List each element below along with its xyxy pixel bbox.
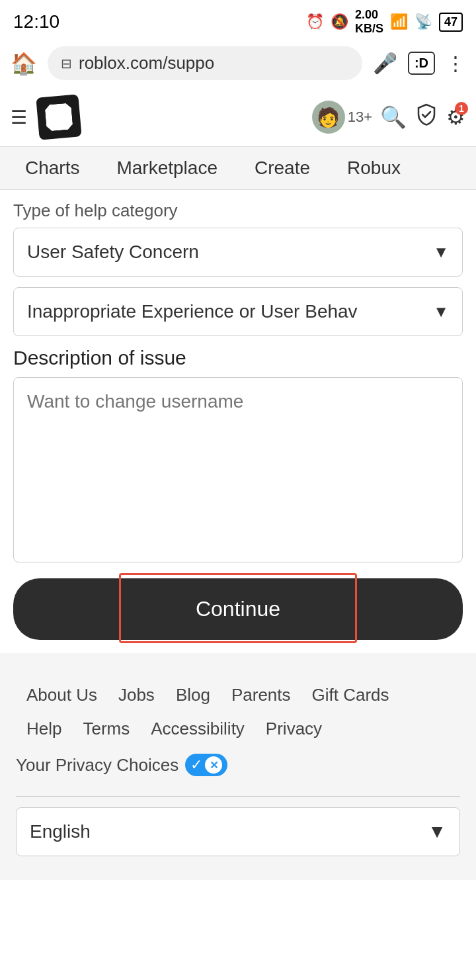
nav-item-create[interactable]: Create [236,147,329,189]
wifi-icon: 📶 [390,13,408,30]
language-value: English [30,821,91,842]
language-arrow: ▼ [428,821,446,842]
footer: About Us Jobs Blog Parents Gift Cards He… [0,653,476,880]
browser-actions: 🎤 :D ⋮ [373,52,465,75]
home-icon[interactable]: 🏠 [11,51,37,76]
roblox-header-right: 🧑 13+ 🔍 ⚙ 1 [312,101,465,134]
footer-link-help[interactable]: Help [16,713,72,744]
language-selector[interactable]: English ▼ [16,807,460,856]
dropdown-inappropriate-arrow: ▼ [433,302,449,321]
roblox-header-left: ☰ [11,96,80,138]
age-badge: 13+ [348,109,372,126]
muted-icon: 🔕 [331,13,348,30]
settings-icon-container[interactable]: ⚙ 1 [446,105,465,130]
footer-link-accessibility[interactable]: Accessibility [140,713,255,744]
footer-link-blog[interactable]: Blog [165,680,221,711]
nav-item-robux[interactable]: Robux [329,147,419,189]
footer-links-row-1: About Us Jobs Blog Parents Gift Cards [16,680,460,711]
continue-button[interactable]: Continue [13,578,463,640]
dropdown-user-safety[interactable]: User Safety Concern ▼ [13,228,463,277]
dropdown-user-safety-arrow: ▼ [433,243,449,261]
notification-badge: 1 [455,102,468,115]
footer-link-about-us[interactable]: About Us [16,680,108,711]
nav-menu: Charts Marketplace Create Robux [0,147,476,190]
url-bar[interactable]: ⊟ roblox.com/suppo [48,46,362,80]
footer-link-terms[interactable]: Terms [72,713,140,744]
privacy-toggle[interactable]: ✓ ✕ [185,754,227,776]
alarm-icon: ⏰ [306,13,324,30]
footer-links-row-2: Help Terms Accessibility Privacy [16,713,460,744]
tab-count-button[interactable]: :D [408,52,435,75]
footer-link-privacy[interactable]: Privacy [255,713,333,744]
roblox-header: ☰ 🧑 13+ 🔍 ⚙ 1 [0,88,476,147]
url-text: roblox.com/suppo [79,53,214,73]
speed-text: 2.00KB/S [355,8,383,36]
avatar: 🧑 [312,101,345,134]
nav-item-marketplace[interactable]: Marketplace [98,147,236,189]
footer-divider [16,796,460,797]
footer-link-jobs[interactable]: Jobs [108,680,165,711]
shield-icon[interactable] [415,103,438,132]
privacy-toggle-x: ✕ [205,756,222,774]
status-bar: 12:10 ⏰ 🔕 2.00KB/S 📶 📡 47 [0,0,476,41]
more-menu-icon[interactable]: ⋮ [446,52,465,75]
description-textarea[interactable] [13,377,463,562]
help-category-label: Type of help category [13,190,463,228]
privacy-choices-text: Your Privacy Choices [16,755,178,776]
main-content: Type of help category User Safety Concer… [0,190,476,653]
search-icon[interactable]: 🔍 [380,105,407,130]
roblox-logo-inner [44,103,73,131]
footer-link-gift-cards[interactable]: Gift Cards [301,680,400,711]
microphone-icon[interactable]: 🎤 [373,52,397,75]
footer-link-parents[interactable]: Parents [221,680,301,711]
dropdown-inappropriate-experience[interactable]: Inappropriate Experience or User Behav ▼ [13,287,463,336]
roblox-logo[interactable] [36,94,81,140]
continue-wrapper: Continue [13,578,463,640]
description-label: Description of issue [13,347,463,369]
status-time: 12:10 [13,11,60,32]
url-bar-icon: ⊟ [61,56,72,71]
status-icons: ⏰ 🔕 2.00KB/S 📶 📡 47 [306,8,463,36]
hamburger-menu-icon[interactable]: ☰ [11,107,27,128]
privacy-choices-row: Your Privacy Choices ✓ ✕ [16,747,460,789]
signal-icon: 📡 [415,13,432,30]
nav-item-charts[interactable]: Charts [7,147,98,189]
browser-bar: 🏠 ⊟ roblox.com/suppo 🎤 :D ⋮ [0,41,476,88]
battery-indicator: 47 [439,13,463,32]
dropdown-inappropriate-value: Inappropriate Experience or User Behav [27,301,358,322]
dropdown-user-safety-value: User Safety Concern [27,242,199,263]
avatar-container[interactable]: 🧑 13+ [312,101,372,134]
privacy-toggle-checkmark: ✓ [190,756,202,774]
